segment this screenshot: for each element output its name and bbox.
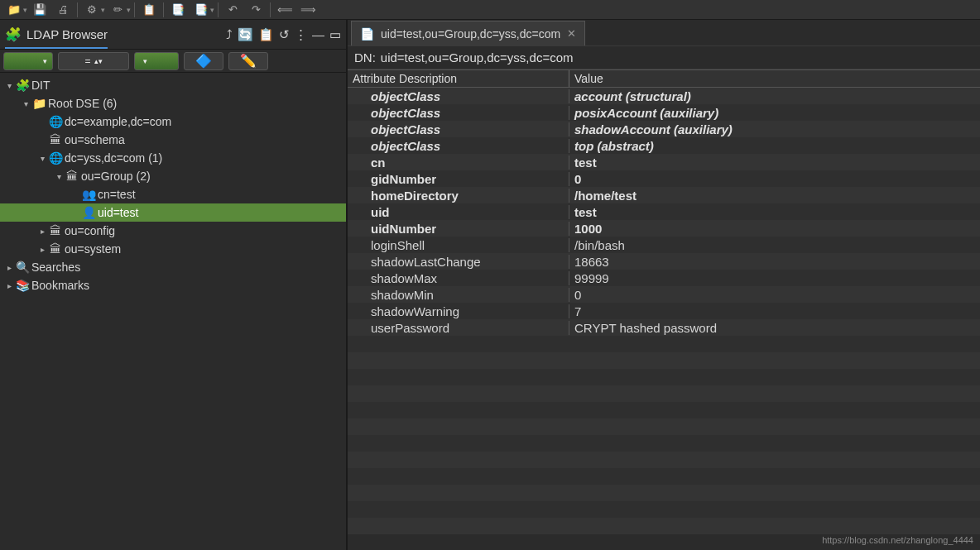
attr-row-5[interactable]: gidNumber0 bbox=[348, 170, 980, 187]
attr-row-7[interactable]: uidtest bbox=[348, 203, 980, 220]
toolbar-btn-1[interactable]: 💾 bbox=[29, 2, 50, 18]
tree-node-icon: 🔍 bbox=[15, 261, 30, 274]
attr-value: 7 bbox=[569, 304, 980, 318]
toolbar-btn-9[interactable]: ↷ bbox=[245, 2, 267, 18]
filter-combo-2[interactable]: ▾ bbox=[134, 52, 179, 70]
toolbar-btn-7[interactable]: 📑 bbox=[190, 2, 212, 18]
tree-row-10[interactable]: ▸🔍Searches bbox=[0, 258, 346, 276]
attr-value: posixAccount (auxiliary) bbox=[569, 106, 980, 120]
attr-name: shadowMax bbox=[348, 271, 569, 285]
tree-node-label: Root DSE (6) bbox=[48, 97, 117, 110]
tree-node-icon: 🏛 bbox=[48, 133, 63, 146]
left-header-action-5[interactable]: — bbox=[312, 27, 324, 41]
tree-node-icon: 🌐 bbox=[48, 151, 63, 165]
tree-node-label: ou=Group (2) bbox=[81, 170, 151, 183]
left-panel-header: 🧩 LDAP Browser ⤴🔄📋↺⋮—▭ bbox=[0, 20, 346, 50]
tree-node-label: ou=config bbox=[65, 224, 115, 237]
tree-expander[interactable]: ▸ bbox=[36, 245, 48, 254]
toolbar-btn-3[interactable]: ⚙ bbox=[81, 2, 103, 18]
attr-row-empty bbox=[348, 452, 980, 468]
attr-row-14[interactable]: userPasswordCRYPT hashed password bbox=[348, 319, 980, 336]
left-header-action-2[interactable]: 📋 bbox=[258, 27, 274, 42]
tree-expander[interactable]: ▸ bbox=[3, 263, 15, 272]
tree-row-1[interactable]: ▾📁Root DSE (6) bbox=[0, 94, 346, 112]
tree-node-icon: 👤 bbox=[81, 206, 96, 219]
attr-row-8[interactable]: uidNumber1000 bbox=[348, 220, 980, 237]
attr-value: account (structural) bbox=[569, 89, 980, 103]
attr-row-1[interactable]: objectClassposixAccount (auxiliary) bbox=[348, 104, 980, 121]
left-header-action-0[interactable]: ⤴ bbox=[226, 27, 233, 41]
tree-node-label: ou=system bbox=[65, 242, 121, 256]
ldap-browser-icon: 🧩 bbox=[5, 26, 22, 42]
grid-header-attr[interactable]: Attribute Description bbox=[348, 70, 569, 87]
tree-row-0[interactable]: ▾🧩DIT bbox=[0, 76, 346, 94]
tree-row-2[interactable]: 🌐dc=example,dc=com bbox=[0, 112, 346, 131]
tree-node-label: dc=example,dc=com bbox=[65, 115, 171, 128]
attr-row-13[interactable]: shadowWarning7 bbox=[348, 303, 980, 319]
toolbar-btn-2[interactable]: 🖨 bbox=[52, 2, 74, 18]
tree-expander[interactable]: ▾ bbox=[20, 99, 31, 108]
tree-expander[interactable]: ▾ bbox=[3, 81, 15, 90]
toolbar-btn-4[interactable]: ✏ bbox=[107, 2, 128, 18]
toolbar-btn-0[interactable]: 📁 bbox=[3, 2, 25, 18]
attr-row-2[interactable]: objectClassshadowAccount (auxiliary) bbox=[348, 121, 980, 137]
tree-node-icon: 🏛 bbox=[65, 170, 79, 183]
tree-row-3[interactable]: 🏛ou=schema bbox=[0, 131, 346, 149]
attr-row-12[interactable]: shadowMin0 bbox=[348, 286, 980, 303]
attributes-grid: Attribute Description Value objectClassa… bbox=[348, 69, 980, 550]
filter-action-1[interactable]: 🔷 bbox=[184, 52, 223, 70]
attr-row-11[interactable]: shadowMax99999 bbox=[348, 270, 980, 286]
left-header-action-3[interactable]: ↺ bbox=[279, 27, 290, 42]
tree-row-11[interactable]: ▸📚Bookmarks bbox=[0, 276, 346, 294]
dn-label: DN: bbox=[354, 50, 376, 65]
filter-operator[interactable]: =▴▾ bbox=[58, 52, 129, 70]
tree-node-icon: 🏛 bbox=[48, 224, 63, 237]
tree-node-icon: 🧩 bbox=[15, 79, 30, 92]
tree-expander[interactable]: ▸ bbox=[3, 281, 15, 290]
left-header-action-6[interactable]: ▭ bbox=[329, 27, 341, 42]
attr-row-empty bbox=[348, 518, 980, 534]
tree-row-9[interactable]: ▸🏛ou=system bbox=[0, 240, 346, 258]
attr-row-9[interactable]: loginShell/bin/bash bbox=[348, 237, 980, 253]
attr-name: shadowWarning bbox=[348, 304, 569, 318]
tree-row-6[interactable]: 👥cn=test bbox=[0, 185, 346, 203]
grid-header-value[interactable]: Value bbox=[569, 70, 980, 87]
tree-node-label: uid=test bbox=[98, 206, 138, 219]
toolbar-btn-6[interactable]: 📑 bbox=[167, 2, 189, 18]
tab-close-icon[interactable]: ✕ bbox=[567, 27, 576, 40]
attr-row-10[interactable]: shadowLastChange18663 bbox=[348, 253, 980, 270]
attr-name: uidNumber bbox=[348, 222, 569, 236]
tree-node-label: DIT bbox=[31, 79, 50, 92]
attr-row-3[interactable]: objectClasstop (abstract) bbox=[348, 137, 980, 154]
filter-action-2[interactable]: ✏️ bbox=[228, 52, 268, 70]
toolbar-btn-8[interactable]: ↶ bbox=[222, 2, 243, 18]
left-header-action-1[interactable]: 🔄 bbox=[238, 27, 253, 42]
tree-row-8[interactable]: ▸🏛ou=config bbox=[0, 222, 346, 240]
left-header-action-4[interactable]: ⋮ bbox=[295, 27, 307, 42]
tree-row-4[interactable]: ▾🌐dc=yss,dc=com (1) bbox=[0, 149, 346, 167]
attr-row-0[interactable]: objectClassaccount (structural) bbox=[348, 88, 980, 104]
filter-combo-1[interactable]: ▾ bbox=[3, 52, 53, 70]
entry-tab[interactable]: 📄 uid=test,ou=Group,dc=yss,dc=com ✕ bbox=[351, 21, 585, 45]
tree-expander[interactable]: ▾ bbox=[36, 154, 48, 163]
tree-row-7[interactable]: 👤uid=test bbox=[0, 203, 346, 222]
attr-name: objectClass bbox=[348, 89, 569, 103]
tree-node-icon: 📁 bbox=[31, 97, 46, 110]
tree-expander[interactable]: ▸ bbox=[36, 227, 48, 236]
toolbar-btn-10[interactable]: ⟸ bbox=[274, 2, 295, 18]
attr-name: shadowLastChange bbox=[348, 255, 569, 269]
grid-header: Attribute Description Value bbox=[348, 69, 980, 88]
toolbar-btn-5[interactable]: 📋 bbox=[138, 2, 160, 18]
attr-name: loginShell bbox=[348, 238, 569, 252]
tree-node-icon: 📚 bbox=[15, 279, 30, 292]
attr-value: top (abstract) bbox=[569, 139, 980, 153]
tree-row-5[interactable]: ▾🏛ou=Group (2) bbox=[0, 167, 346, 185]
attr-row-4[interactable]: cntest bbox=[348, 154, 980, 170]
toolbar-btn-11[interactable]: ⟹ bbox=[297, 2, 319, 18]
attr-row-empty bbox=[348, 468, 980, 485]
tree-expander[interactable]: ▾ bbox=[53, 172, 65, 181]
attr-row-6[interactable]: homeDirectory/home/test bbox=[348, 187, 980, 203]
ldap-tree: ▾🧩DIT▾📁Root DSE (6)🌐dc=example,dc=com🏛ou… bbox=[0, 73, 346, 550]
dn-value: uid=test,ou=Group,dc=yss,dc=com bbox=[381, 50, 574, 65]
editor-tabbar: 📄 uid=test,ou=Group,dc=yss,dc=com ✕ bbox=[348, 20, 980, 46]
